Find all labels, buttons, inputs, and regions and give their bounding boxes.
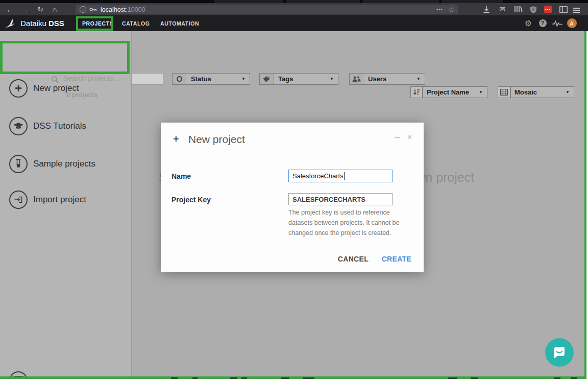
view-mode-dropdown[interactable]: Mosaic ▼ [510,86,574,98]
tab-automation[interactable]: AUTOMATION [160,15,199,31]
browser-toolbar: ← → ↻ ⌂ i localhost:10000 ••• ☆ ✉ ••• [0,3,588,15]
dropdown-label: Tags [278,75,293,83]
screenshot-root: ← → ↻ ⌂ i localhost:10000 ••• ☆ ✉ ••• [0,0,588,379]
new-project-modal: + New project – × Name SalesforceCharts … [161,123,424,272]
forward-icon[interactable]: → [19,3,31,15]
page-actions-icon[interactable]: ••• [436,7,443,12]
refresh-icon[interactable]: ↻ [35,3,46,15]
brand[interactable]: Dataiku DSS [20,15,64,31]
project-key-help-text: The project key is used to reference dat… [288,207,410,238]
user-avatar[interactable]: A [566,15,578,31]
dss-navbar: Dataiku DSS PROJECTS CATALOG AUTOMATION … [0,15,588,31]
name-field-value: SalesforceCharts [292,172,344,180]
modal-title: New project [188,133,245,146]
users-filter-dropdown[interactable]: Users ▼ [349,73,425,85]
url-host: localhost [101,6,126,13]
sidebar-item-documentation[interactable]: ? Documentation [9,371,91,379]
settings-gear-icon[interactable]: ⚙ [523,15,534,31]
grid-view-icon [498,86,510,98]
filter-text-input[interactable] [132,73,163,85]
menu-icon[interactable] [573,3,585,15]
graduation-cap-icon [9,117,28,135]
tab-projects[interactable]: PROJECTS [82,15,113,31]
home-icon[interactable]: ⌂ [49,3,60,15]
sidebar-item-new-project[interactable]: + New project [9,79,79,98]
library-icon[interactable] [512,3,524,15]
sidebar-item-label: New project [33,83,79,93]
sort-icon[interactable] [410,86,423,98]
key-icon [89,7,97,12]
chevron-down-icon: ▼ [241,77,246,81]
sidebar-item-label: Import project [33,195,86,205]
password-manager-icon[interactable]: ••• [542,3,554,15]
status-filter-dropdown[interactable]: Status ▼ [172,73,250,85]
mail-icon[interactable]: ✉ [496,3,508,15]
dataiku-logo-icon[interactable] [5,18,16,31]
dropdown-label: Project Name [427,88,469,96]
text-caret [344,172,345,180]
chat-bubble-button[interactable] [545,338,574,367]
chevron-down-icon: ▼ [416,77,421,81]
test-tube-icon [9,155,28,173]
close-icon[interactable]: × [407,133,412,142]
activity-pulse-icon[interactable] [551,15,564,31]
create-button[interactable]: CREATE [382,255,411,263]
sidebar-item-sample-projects[interactable]: Sample projects [9,155,95,173]
download-icon[interactable] [480,3,493,15]
chevron-down-icon: ▼ [330,77,334,81]
sidebar-item-import-project[interactable]: Import project [9,191,86,209]
chevron-down-icon: ▼ [566,90,570,94]
dropdown-label: Status [191,75,211,83]
brand-name: Dataiku [20,19,46,28]
plus-icon: + [9,79,28,98]
name-field[interactable]: SalesforceCharts [288,170,393,182]
url-bar[interactable]: i localhost:10000 ••• ☆ [76,5,458,14]
back-icon[interactable]: ← [4,3,15,15]
cancel-button[interactable]: CANCEL [338,255,369,263]
minimize-icon[interactable]: – [395,132,400,143]
project-key-field-value: SALESFORCECHARTS [292,196,365,203]
dropdown-label: Mosaic [514,88,537,96]
import-icon [9,191,28,209]
site-info-icon[interactable]: i [80,6,86,13]
shield-extension-icon[interactable] [527,3,540,15]
tab-catalog[interactable]: CATALOG [122,15,150,31]
chevron-down-icon: ▼ [479,90,483,94]
users-icon [350,74,363,84]
brand-suffix: DSS [48,19,64,28]
help-icon[interactable]: ? [537,15,548,31]
project-key-field[interactable]: SALESFORCECHARTS [288,193,393,205]
bookmark-star-icon[interactable]: ☆ [448,6,454,14]
sort-by-dropdown[interactable]: Project Name ▼ [423,86,487,98]
name-field-label: Name [172,172,191,180]
project-key-field-label: Project Key [172,196,211,204]
modal-header: + New project – × [161,123,424,157]
tags-filter-dropdown[interactable]: Tags ▼ [259,73,338,85]
help-bubble-icon: ? [9,371,28,379]
tag-icon [260,74,274,84]
sidebar-toggle-icon[interactable] [557,3,570,15]
chat-icon [552,345,567,360]
dropdown-label: Users [368,75,386,83]
sidebar-item-dss-tutorials[interactable]: DSS Tutorials [9,117,86,135]
sidebar-item-label: Documentation [33,375,91,379]
plus-icon: + [173,133,179,145]
sidebar-item-label: Sample projects [33,159,95,169]
sidebar-item-label: DSS Tutorials [33,121,86,131]
url-port: :10000 [126,6,145,13]
status-circle-icon [173,74,186,84]
